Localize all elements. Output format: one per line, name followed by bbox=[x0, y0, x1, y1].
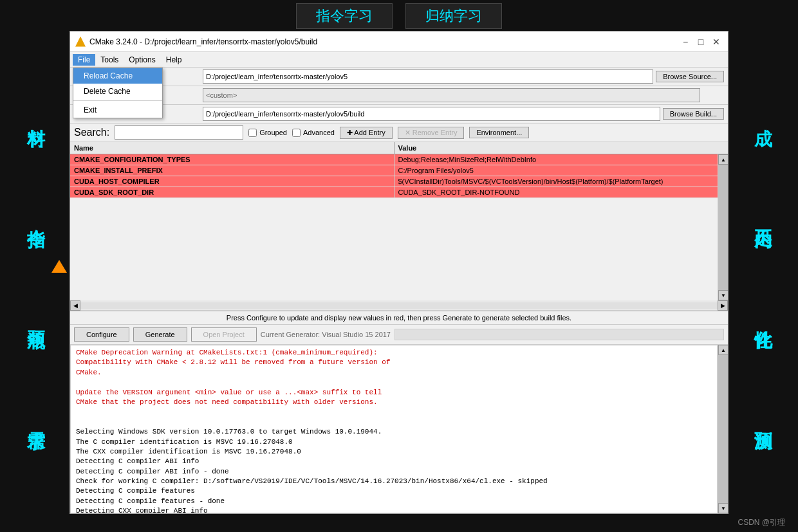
cmake-icon bbox=[75, 37, 86, 47]
minimize-button[interactable]: − bbox=[679, 35, 692, 48]
window-title: CMake 3.24.0 - D:/project/learn_infer/te… bbox=[89, 37, 679, 46]
col-value-header: Value bbox=[394, 142, 718, 154]
menu-options[interactable]: Options bbox=[124, 54, 160, 66]
cmake-window: CMake 3.24.0 - D:/project/learn_infer/te… bbox=[70, 31, 728, 514]
td-name-1: CMAKE_INSTALL_PREFIX bbox=[70, 165, 394, 176]
log-line bbox=[76, 378, 712, 387]
log-line: Detecting C compiler ABI info bbox=[76, 457, 712, 466]
table-container: Name Value CMAKE_CONFIGURATION_TYPES Deb… bbox=[70, 142, 728, 311]
log-vscroll[interactable]: ▲ ▼ bbox=[718, 345, 728, 513]
search-label: Search: bbox=[74, 127, 109, 138]
advanced-label: Advanced bbox=[303, 129, 335, 136]
td-name-2: CUDA_HOST_COMPILER bbox=[70, 176, 394, 187]
menu-file[interactable]: File bbox=[73, 54, 95, 66]
vscroll-up-btn[interactable]: ▲ bbox=[718, 154, 728, 165]
log-line: Check for working C compiler: D:/softwar… bbox=[76, 477, 712, 486]
hscroll-right-btn[interactable]: ▶ bbox=[718, 300, 728, 311]
table-header-scroll-spacer bbox=[718, 142, 728, 154]
menu-bar: File Tools Options Help Reload Cache Del… bbox=[70, 52, 728, 68]
advanced-checkbox-label[interactable]: Advanced bbox=[292, 129, 335, 137]
browse-source-button[interactable]: Browse Source... bbox=[656, 71, 724, 82]
custom-row: ▼ bbox=[70, 86, 728, 105]
progress-bar bbox=[394, 329, 724, 340]
add-entry-button[interactable]: ✚ Add Entry bbox=[340, 127, 393, 139]
table-header: Name Value bbox=[70, 142, 728, 154]
log-line: The C compiler identification is MSVC 19… bbox=[76, 437, 712, 447]
dropdown-item-reload[interactable]: Reload Cache bbox=[73, 68, 162, 84]
status-area: Press Configure to update and display ne… bbox=[70, 311, 728, 325]
close-button[interactable]: ✕ bbox=[710, 35, 723, 48]
table-hscroll[interactable]: ◀ ▶ bbox=[70, 300, 728, 311]
bottom-buttons: Configure Generate Open Project Current … bbox=[70, 325, 728, 345]
log-line: CMake Deprecation Warning at CMakeLists.… bbox=[76, 348, 712, 358]
log-line: Detecting C compile features - done bbox=[76, 497, 712, 506]
table-inner: CMAKE_CONFIGURATION_TYPES Debug;Release;… bbox=[70, 154, 728, 300]
bg-btn-1[interactable]: 指令字习 bbox=[296, 3, 393, 29]
table-body: CMAKE_CONFIGURATION_TYPES Debug;Release;… bbox=[70, 154, 718, 300]
bg-btn-2[interactable]: 归纳字习 bbox=[405, 3, 502, 29]
log-vscroll-up[interactable]: ▲ bbox=[718, 345, 728, 355]
log-line: Compatibility with CMake < 2.8.12 will b… bbox=[76, 358, 712, 367]
window-controls: − □ ✕ bbox=[679, 35, 723, 48]
hscroll-track[interactable] bbox=[80, 302, 718, 309]
td-value-3: CUDA_SDK_ROOT_DIR-NOTFOUND bbox=[394, 187, 718, 197]
file-dropdown: Reload Cache Delete Cache Exit bbox=[73, 68, 163, 118]
log-line: Detecting C compiler ABI info - done bbox=[76, 467, 712, 477]
build-input[interactable] bbox=[203, 107, 660, 121]
maximize-button[interactable]: □ bbox=[694, 35, 707, 48]
menu-tools[interactable]: Tools bbox=[95, 54, 124, 66]
table-vscroll[interactable]: ▲ ▼ bbox=[718, 154, 728, 300]
open-project-button[interactable]: Open Project bbox=[191, 327, 257, 342]
log-vscroll-thumb[interactable] bbox=[718, 355, 728, 503]
grouped-checkbox-label[interactable]: Grouped bbox=[248, 129, 287, 137]
source-input[interactable] bbox=[203, 69, 653, 84]
td-value-2: $(VCInstallDir)Tools/MSVC/$(VCToolsVersi… bbox=[394, 176, 718, 187]
log-line: Detecting CXX compiler ABI info bbox=[76, 506, 712, 513]
source-row: Where is the source code: Browse Source.… bbox=[70, 68, 728, 86]
generate-button[interactable]: Generate bbox=[133, 327, 187, 342]
log-area[interactable]: CMake Deprecation Warning at CMakeLists.… bbox=[70, 345, 718, 513]
vscroll-down-btn[interactable]: ▼ bbox=[718, 290, 728, 300]
build-row: Where to build the binaries: Browse Buil… bbox=[70, 105, 728, 124]
log-line bbox=[76, 417, 712, 427]
td-value-1: C:/Program Files/yolov5 bbox=[394, 165, 718, 176]
dropdown-divider bbox=[73, 100, 162, 101]
log-line: CMake. bbox=[76, 368, 712, 378]
search-input[interactable] bbox=[115, 125, 243, 140]
td-value-0: Debug;Release;MinSizeRel;RelWithDebInfo bbox=[394, 154, 718, 165]
log-line bbox=[76, 407, 712, 417]
dropdown-item-exit[interactable]: Exit bbox=[73, 102, 162, 118]
log-line: Detecting C compile features bbox=[76, 486, 712, 496]
col-name-header: Name bbox=[70, 142, 394, 154]
grouped-checkbox[interactable] bbox=[248, 129, 257, 137]
log-line: CMake that the project does not need com… bbox=[76, 398, 712, 407]
search-bar: Search: Grouped Advanced ✚ Add Entry ✕ R… bbox=[70, 124, 728, 142]
table-row[interactable]: CUDA_SDK_ROOT_DIR CUDA_SDK_ROOT_DIR-NOTF… bbox=[70, 187, 718, 198]
custom-input[interactable] bbox=[203, 88, 700, 102]
td-name-0: CMAKE_CONFIGURATION_TYPES bbox=[70, 154, 394, 165]
log-line: Selecting Windows SDK version 10.0.17763… bbox=[76, 427, 712, 437]
advanced-checkbox[interactable] bbox=[292, 129, 301, 137]
td-name-3: CUDA_SDK_ROOT_DIR bbox=[70, 187, 394, 197]
bg-top: 指令字习 归纳字习 bbox=[71, 0, 727, 32]
status-text: Press Configure to update and display ne… bbox=[227, 314, 571, 322]
table-row[interactable]: CMAKE_CONFIGURATION_TYPES Debug;Release;… bbox=[70, 154, 718, 165]
dropdown-item-delete[interactable]: Delete Cache bbox=[73, 84, 162, 99]
browse-build-button[interactable]: Browse Build... bbox=[663, 108, 724, 120]
table-row[interactable]: CUDA_HOST_COMPILER $(VCInstallDir)Tools/… bbox=[70, 176, 718, 187]
grouped-label: Grouped bbox=[259, 129, 287, 136]
log-vscroll-down[interactable]: ▼ bbox=[718, 503, 728, 513]
remove-entry-button[interactable]: ✕ Remove Entry bbox=[398, 127, 465, 139]
table-row[interactable]: CMAKE_INSTALL_PREFIX C:/Program Files/yo… bbox=[70, 165, 718, 176]
bg-bottom-text: CSDN @引理 bbox=[738, 517, 785, 528]
log-line: Update the VERSION argument <min> value … bbox=[76, 388, 712, 398]
configure-button[interactable]: Configure bbox=[74, 327, 129, 342]
vscroll-thumb[interactable] bbox=[718, 165, 728, 290]
menu-help[interactable]: Help bbox=[161, 54, 187, 66]
hscroll-left-btn[interactable]: ◀ bbox=[70, 300, 80, 311]
bg-right: 成 内不足 化性 预测 bbox=[727, 0, 798, 532]
environment-button[interactable]: Environment... bbox=[469, 127, 529, 138]
log-inner: CMake Deprecation Warning at CMakeLists.… bbox=[70, 345, 728, 513]
bg-bottom: CSDN @引理 bbox=[0, 513, 798, 532]
title-bar: CMake 3.24.0 - D:/project/learn_infer/te… bbox=[70, 32, 728, 52]
